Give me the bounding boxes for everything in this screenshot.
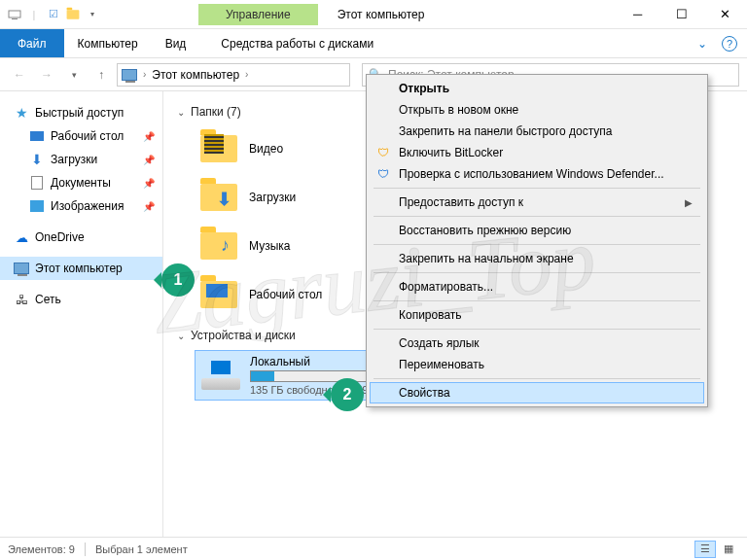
context-menu: Открыть Открыть в новом окне Закрепить н… (366, 74, 708, 407)
close-button[interactable]: ✕ (703, 0, 747, 29)
pictures-icon (30, 200, 44, 212)
ctx-restore-previous[interactable]: Восстановить прежнюю версию (370, 220, 704, 241)
pin-icon: 📌 (143, 201, 155, 212)
contextual-tab-label: Управление (198, 4, 318, 25)
recent-locations-icon[interactable]: ▾ (62, 63, 86, 87)
group-label: Папки (7) (191, 105, 241, 119)
sidebar-label: Быстрый доступ (35, 106, 124, 120)
pc-icon (14, 262, 29, 274)
svg-rect-0 (9, 11, 20, 18)
ctx-give-access[interactable]: Предоставить доступ к▶ (370, 192, 704, 213)
ribbon-view-tab[interactable]: Вид (152, 29, 200, 57)
view-large-icons-button[interactable]: ▦ (718, 541, 739, 558)
view-details-button[interactable]: ☰ (694, 541, 716, 558)
ctx-label: Проверка с использованием Windows Defend… (399, 167, 664, 181)
ctx-open[interactable]: Открыть (370, 78, 704, 99)
folder-label: Музыка (249, 239, 290, 253)
ctx-create-shortcut[interactable]: Создать ярлык (370, 332, 704, 354)
ctx-rename[interactable]: Переименовать (370, 354, 704, 375)
separator (374, 378, 700, 379)
minimize-button[interactable]: ─ (616, 0, 659, 29)
desktop-icon (30, 131, 44, 141)
music-icon: ♪ (221, 235, 230, 256)
sidebar-label: Загрузки (51, 153, 97, 166)
properties-icon[interactable]: ☑ (45, 6, 62, 23)
disk-icon (201, 361, 240, 390)
separator (374, 300, 700, 301)
sidebar-label: OneDrive (35, 230, 85, 244)
chevron-down-icon: ⌄ (177, 331, 185, 341)
pc-icon (122, 69, 137, 81)
ribbon-computer-tab[interactable]: Компьютер (64, 29, 152, 57)
ctx-defender[interactable]: 🛡Проверка с использованием Windows Defen… (370, 163, 704, 185)
folder-desktop[interactable]: Рабочий стол (195, 272, 389, 317)
separator (374, 272, 700, 273)
back-button[interactable]: ← (8, 63, 31, 87)
folder-downloads[interactable]: ⬇ Загрузки (195, 175, 389, 220)
ctx-format[interactable]: Форматировать... (370, 276, 704, 298)
chevron-right-icon: › (245, 69, 248, 80)
sidebar-label: Рабочий стол (51, 129, 124, 143)
video-icon (204, 134, 224, 154)
chevron-down-icon: ⌄ (177, 107, 185, 118)
ctx-bitlocker[interactable]: 🛡Включить BitLocker (370, 142, 704, 163)
address-bar[interactable]: › Этот компьютер › (117, 63, 350, 87)
svg-rect-1 (12, 18, 18, 19)
folder-label: Загрузки (249, 191, 296, 204)
sidebar-onedrive[interactable]: ☁ OneDrive (0, 226, 162, 249)
ctx-properties[interactable]: Свойства (370, 382, 704, 403)
maximize-button[interactable]: ☐ (659, 0, 703, 29)
navigation-pane: ★ Быстрый доступ Рабочий стол 📌 ⬇ Загруз… (0, 91, 163, 537)
quick-access-toolbar: | ☑ ▾ (0, 6, 101, 23)
divider (85, 542, 86, 556)
ribbon-expand-icon[interactable]: ⌄ (683, 29, 722, 57)
sidebar-pictures[interactable]: Изображения 📌 (0, 194, 162, 218)
qat-sep: | (25, 6, 43, 23)
ctx-label: Предоставить доступ к (399, 195, 523, 209)
shield-icon: 🛡 (375, 166, 391, 182)
desktop-icon (206, 284, 228, 298)
sidebar-label: Сеть (35, 293, 61, 306)
sidebar-label: Документы (51, 176, 111, 190)
status-item-count: Элементов: 9 (8, 543, 75, 555)
status-selection: Выбран 1 элемент (95, 543, 188, 555)
ctx-pin-start[interactable]: Закрепить на начальном экране (370, 248, 704, 269)
sidebar-label: Изображения (51, 199, 124, 213)
pin-icon: 📌 (143, 155, 155, 165)
sidebar-desktop[interactable]: Рабочий стол 📌 (0, 124, 162, 148)
qat-dropdown-icon[interactable]: ▾ (84, 6, 101, 23)
help-icon[interactable]: ? (722, 36, 737, 52)
window-title: Этот компьютер (338, 8, 425, 21)
sidebar-quick-access[interactable]: ★ Быстрый доступ (0, 101, 162, 124)
callout-2: 2 (331, 378, 364, 411)
up-button[interactable]: ↑ (89, 63, 113, 87)
separator (374, 216, 700, 217)
shield-icon: 🛡 (375, 145, 391, 160)
ctx-copy[interactable]: Копировать (370, 304, 704, 326)
ctx-label: Включить BitLocker (399, 146, 503, 159)
sidebar-label: Этот компьютер (35, 262, 123, 275)
new-folder-icon[interactable] (64, 6, 82, 23)
app-icon (6, 6, 23, 23)
separator (374, 244, 700, 245)
ribbon: Файл Компьютер Вид Средства работы с дис… (0, 29, 747, 58)
ctx-pin-quick-access[interactable]: Закрепить на панели быстрого доступа (370, 121, 704, 142)
forward-button[interactable]: → (35, 63, 58, 87)
sidebar-this-pc[interactable]: Этот компьютер (0, 257, 162, 280)
separator (374, 329, 700, 330)
sidebar-network[interactable]: 🖧 Сеть (0, 288, 162, 311)
download-icon: ⬇ (217, 189, 231, 210)
sidebar-documents[interactable]: Документы 📌 (0, 171, 162, 194)
ctx-open-new-window[interactable]: Открыть в новом окне (370, 99, 704, 121)
sidebar-downloads[interactable]: ⬇ Загрузки 📌 (0, 148, 162, 171)
download-icon: ⬇ (29, 152, 45, 167)
folder-music[interactable]: ♪ Музыка (195, 224, 389, 268)
network-icon: 🖧 (14, 292, 29, 307)
ribbon-drive-tools-tab[interactable]: Средства работы с дисками (207, 29, 387, 57)
ribbon-file-tab[interactable]: Файл (0, 29, 64, 57)
pin-icon: 📌 (143, 178, 155, 189)
folder-video[interactable]: Видео (195, 126, 389, 171)
title-bar: | ☑ ▾ Управление Этот компьютер ─ ☐ ✕ (0, 0, 747, 29)
folder-label: Видео (249, 142, 283, 156)
status-bar: Элементов: 9 Выбран 1 элемент ☰ ▦ (0, 537, 747, 560)
